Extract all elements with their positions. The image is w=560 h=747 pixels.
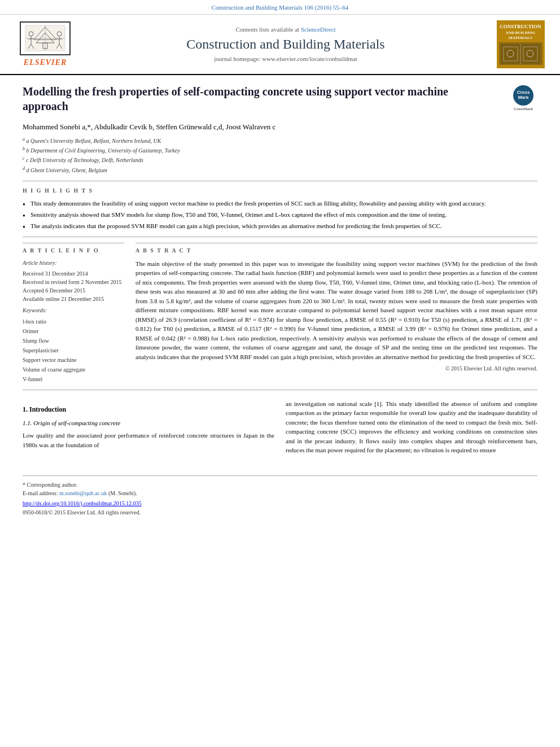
sciencedirect-link[interactable]: ScienceDirect: [301, 26, 336, 33]
keywords-list: l-box ratio Orimet Slump flow Superplast…: [23, 317, 124, 384]
section1-heading: 1. Introduction: [23, 405, 274, 414]
received-date: Received 31 December 2014: [23, 269, 124, 278]
highlights-list: This study demonstrates the feasibility …: [23, 199, 537, 231]
abstract-label: A B S T R A C T: [135, 247, 537, 255]
elsevier-logo: ELSEVIER: [11, 21, 79, 68]
email-note: E-mail address: m.sonebi@qub.ac.uk (M. S…: [23, 489, 537, 497]
elsevier-logo-box: [20, 21, 71, 55]
svg-text:Cross: Cross: [517, 90, 530, 95]
abstract-col: A B S T R A C T The main objective of th…: [135, 243, 537, 384]
subsection1-heading: 1.1. Origin of self-compacting concrete: [23, 419, 274, 427]
email-link[interactable]: m.sonebi@qub.ac.uk: [59, 490, 107, 496]
article-info-box: A R T I C L E I N F O Article history: R…: [23, 243, 124, 384]
citation-text: Construction and Building Materials 106 …: [212, 4, 349, 11]
corresponding-author-note: * Corresponding author.: [23, 480, 537, 489]
main-content: Modelling the fresh properties of self-c…: [0, 75, 560, 466]
revised-date: Received in revised form 2 November 2015: [23, 278, 124, 286]
issn-line: 0950-0618/© 2015 Elsevier Ltd. All right…: [23, 509, 537, 517]
article-info-col: A R T I C L E I N F O Article history: R…: [23, 243, 124, 384]
keyword-1: l-box ratio: [23, 317, 124, 326]
sciencedirect-line: Contents lists available at ScienceDirec…: [90, 25, 481, 34]
logo-line1: Construction: [499, 24, 542, 30]
body-section: 1. Introduction 1.1. Origin of self-comp…: [23, 399, 537, 455]
article-info-label: A R T I C L E I N F O: [23, 247, 124, 255]
journal-logo-box: Construction and Building MATERIALS: [497, 20, 545, 68]
body-col-left: 1. Introduction 1.1. Origin of self-comp…: [23, 399, 274, 455]
body-text-left: Low quality and the associated poor perf…: [23, 431, 274, 449]
journal-homepage: journal homepage: www.elsevier.com/locat…: [90, 55, 481, 63]
journal-title: Construction and Building Materials: [90, 36, 481, 53]
svg-text:Mark: Mark: [518, 95, 529, 100]
keyword-5: Support vector machine: [23, 355, 124, 365]
crossmark-icon: Cross Mark: [513, 85, 533, 106]
logo-line2: and Building: [499, 30, 542, 36]
abstract-copyright: © 2015 Elsevier Ltd. All rights reserved…: [135, 365, 537, 373]
keyword-4: Superplasticiser: [23, 346, 124, 355]
body-text-right: an investigation on national scale [1]. …: [286, 399, 537, 455]
divider-3: [23, 390, 537, 390]
crossmark-badge: Cross Mark CrossMark: [509, 84, 537, 112]
journal-logo-right: Construction and Building MATERIALS: [492, 20, 549, 68]
affiliation-d: d d Ghent University, Ghent, Belgium: [23, 165, 537, 175]
article-title: Modelling the fresh properties of self-c…: [23, 84, 537, 113]
keyword-6: Volume of coarse aggregate: [23, 365, 124, 374]
history-label: Article history:: [23, 259, 124, 267]
affiliations: a a Queen's University Belfast, Belfast,…: [23, 136, 537, 175]
journal-center: Contents lists available at ScienceDirec…: [79, 25, 492, 64]
crossmark-label: CrossMark: [514, 107, 533, 112]
keywords-label: Keywords:: [23, 307, 124, 314]
info-abstract-section: A R T I C L E I N F O Article history: R…: [23, 243, 537, 384]
authors-line: Mohammed Sonebi a,*, Abdulkadir Cevik b,…: [23, 121, 537, 133]
logo-image-area: [499, 42, 542, 65]
abstract-section: A B S T R A C T The main objective of th…: [135, 243, 537, 373]
keyword-2: Orimet: [23, 326, 124, 336]
affiliation-a: a a Queen's University Belfast, Belfast,…: [23, 136, 537, 146]
keyword-3: Slump flow: [23, 336, 124, 346]
elsevier-brand-text: ELSEVIER: [24, 57, 67, 68]
highlights-label: H I G H L I G H T S: [23, 187, 537, 195]
logo-decoration-icon: [501, 44, 540, 64]
journal-header: ELSEVIER Contents lists available at Sci…: [0, 15, 560, 75]
divider-2: [23, 237, 537, 237]
affiliation-b: b b Department of Civil Engineering, Uni…: [23, 146, 537, 155]
highlight-item-3: The analysis indicates that the proposed…: [23, 222, 537, 231]
logo-line3: MATERIALS: [499, 36, 542, 41]
keyword-7: V-funnel: [23, 374, 124, 384]
highlight-item-2: Sensitivity analysis showed that SMV mod…: [23, 211, 537, 220]
doi-link[interactable]: http://dx.doi.org/10.1016/j.conbuildmat.…: [23, 500, 142, 506]
crossmark-circle-icon: Cross Mark: [514, 86, 533, 105]
highlight-item-1: This study demonstrates the feasibility …: [23, 199, 537, 208]
top-citation: Construction and Building Materials 106 …: [0, 0, 560, 15]
available-date: Available online 21 December 2015: [23, 295, 124, 303]
abstract-text: The main objective of the study presente…: [135, 259, 537, 362]
affiliation-c: c c Delft University of Technology, Delf…: [23, 155, 537, 165]
divider-1: [23, 181, 537, 181]
page: Construction and Building Materials 106 …: [0, 0, 560, 747]
accepted-date: Accepted 6 December 2015: [23, 286, 124, 295]
doi-line: http://dx.doi.org/10.1016/j.conbuildmat.…: [23, 500, 537, 508]
footer: * Corresponding author. E-mail address: …: [23, 475, 537, 522]
body-col-right: an investigation on national scale [1]. …: [286, 399, 537, 455]
elsevier-tree-icon: [23, 23, 68, 54]
